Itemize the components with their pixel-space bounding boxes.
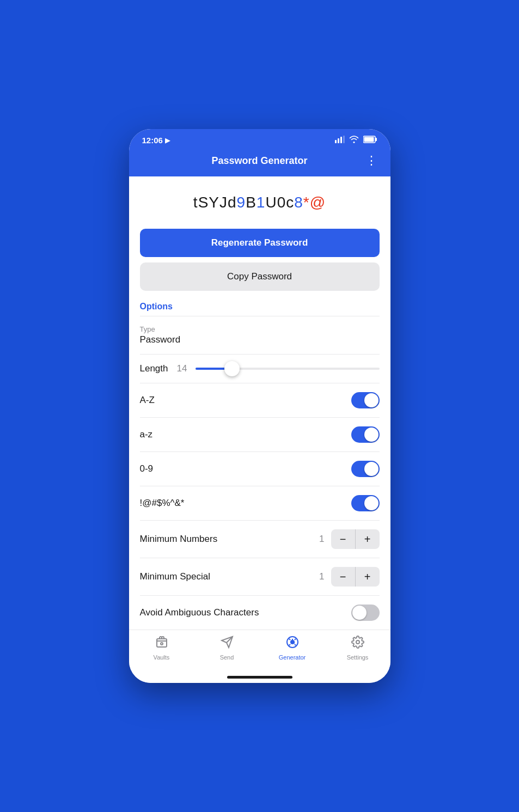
min-numbers-stepper: 1 − + [319,529,379,549]
app-title: Password Generator [156,155,363,167]
bottom-nav: Vaults Send Generator [129,630,390,671]
settings-icon [351,636,364,652]
pwd-char-B: B [246,194,257,211]
generator-icon [286,636,299,652]
wifi-icon [349,136,359,145]
az-upper-label: A-Z [140,395,155,406]
svg-point-8 [161,643,163,645]
pwd-char-Y: Y [209,194,219,211]
svg-rect-5 [375,138,377,141]
min-special-decrement[interactable]: − [331,567,355,587]
generator-label: Generator [279,654,306,661]
signal-icon [335,136,345,145]
min-numbers-label: Minimum Numbers [140,534,218,545]
status-right [335,136,377,145]
svg-rect-0 [335,140,337,143]
avoid-ambiguous-toggle[interactable] [351,605,380,621]
options-label: Options [140,302,380,312]
pwd-char-d: d [228,194,237,211]
az-upper-toggle[interactable] [351,392,380,408]
length-slider-container: 14 [177,363,380,374]
length-value: 14 [177,363,190,374]
home-bar [227,676,292,679]
avoid-ambiguous-toggle-knob [352,606,367,620]
time-display: 12:06 [142,136,163,145]
length-option-row: Length 14 [140,354,380,383]
send-icon [221,636,234,652]
svg-rect-6 [364,137,374,142]
min-special-value: 1 [319,571,324,582]
app-header: Password Generator ⋮ [129,149,390,176]
vaults-label: Vaults [154,654,170,661]
phone-frame: 12:06 ▶ [129,129,390,683]
home-indicator [129,671,390,683]
svg-rect-1 [338,138,339,143]
nav-send[interactable]: Send [208,636,246,661]
min-numbers-increment[interactable]: + [356,529,380,549]
pwd-char-star: * [303,194,310,211]
copy-button[interactable]: Copy Password [140,262,380,291]
min-numbers-value: 1 [319,534,324,545]
pwd-char-t: t [193,194,198,211]
min-special-row: Minimum Special 1 − + [140,558,380,595]
pwd-char-1: 1 [257,194,266,211]
digits-label: 0-9 [140,463,154,474]
min-special-increment[interactable]: + [356,567,380,587]
battery-icon [363,136,377,145]
min-special-label: Minimum Special [140,571,210,582]
avoid-ambiguous-label: Avoid Ambiguous Characters [140,607,259,618]
nav-settings[interactable]: Settings [339,636,377,661]
svg-point-10 [356,640,359,644]
min-special-stepper: 1 − + [319,567,379,587]
vaults-icon [155,636,168,652]
type-option-row: Type Password [140,316,380,354]
special-toggle-knob [364,496,378,510]
az-upper-toggle-knob [364,393,378,407]
pwd-char-U: U [265,194,277,211]
pwd-char-8: 8 [294,194,303,211]
length-slider-track [196,368,380,370]
special-row: !@#$%^&* [140,486,380,520]
status-bar: 12:06 ▶ [129,129,390,149]
pwd-char-0: 0 [277,194,286,211]
type-option-label-group: Type Password [140,325,181,345]
digits-toggle-knob [364,462,378,476]
status-left: 12:06 ▶ [142,136,170,145]
settings-label: Settings [347,654,369,661]
special-toggle[interactable] [351,495,380,511]
nav-generator[interactable]: Generator [273,636,312,661]
svg-rect-3 [343,136,345,143]
main-content: tSYJd9B1U0c8*@ Regenerate Password Copy … [129,176,390,630]
min-numbers-decrement[interactable]: − [331,529,355,549]
special-label: !@#$%^&* [140,498,185,509]
svg-point-9 [291,640,294,644]
send-label: Send [220,654,234,661]
length-slider-thumb[interactable] [224,361,240,376]
az-lower-toggle[interactable] [351,426,380,443]
az-lower-toggle-knob [364,428,378,442]
length-label: Length [140,363,168,374]
digits-row: 0-9 [140,451,380,486]
regenerate-button[interactable]: Regenerate Password [140,229,380,257]
pwd-char-S: S [198,194,209,211]
min-numbers-row: Minimum Numbers 1 − + [140,520,380,558]
password-display: tSYJd9B1U0c8*@ [140,190,380,216]
pwd-char-J: J [219,194,228,211]
az-upper-row: A-Z [140,383,380,417]
digits-toggle[interactable] [351,461,380,477]
svg-rect-2 [340,137,342,143]
more-menu-button[interactable]: ⋮ [363,154,380,168]
pwd-char-c: c [286,194,294,211]
type-value: Password [140,334,181,345]
pwd-char-at: @ [310,194,326,211]
avoid-ambiguous-row: Avoid Ambiguous Characters [140,595,380,630]
nav-vaults[interactable]: Vaults [143,636,181,661]
az-lower-row: a-z [140,417,380,451]
pwd-char-9: 9 [237,194,246,211]
az-lower-label: a-z [140,429,153,440]
type-sublabel: Type [140,325,181,333]
location-icon: ▶ [165,137,170,144]
